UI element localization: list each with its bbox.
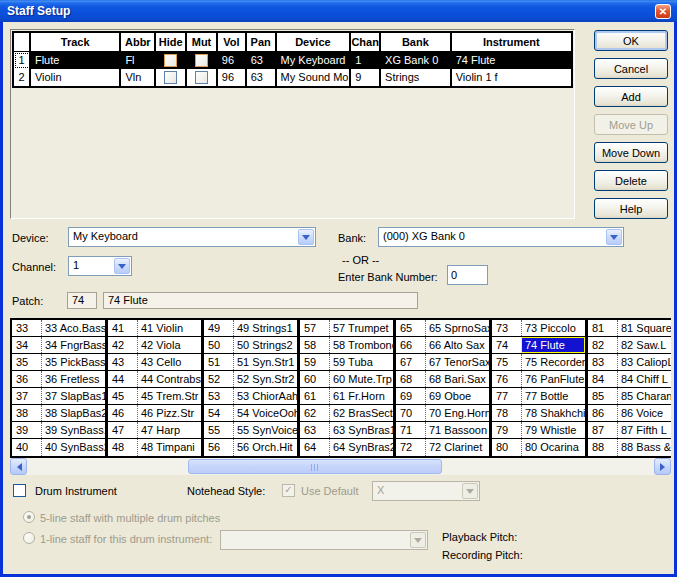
patch-name[interactable]: 68 Bari.Sax (425, 371, 489, 387)
patch-name[interactable]: 63 SynBras1 (329, 422, 393, 438)
patch-number[interactable]: 45 (108, 388, 137, 404)
patch-number[interactable]: 76 (492, 371, 521, 387)
patch-item[interactable]: 6262 BrasSect (300, 405, 393, 422)
patch-name[interactable]: 88 Bass & (617, 439, 671, 456)
patch-name[interactable]: 54 VoiceOoh (233, 405, 297, 421)
patch-item[interactable]: 3535 PickBass (12, 354, 105, 371)
patch-number[interactable]: 47 (108, 422, 137, 438)
patch-number[interactable]: 67 (396, 354, 425, 370)
cell-bank[interactable]: XG Bank 0 (381, 52, 452, 69)
patch-item[interactable]: 8787 Fifth L (588, 422, 671, 439)
mut-checkbox[interactable] (195, 71, 208, 84)
patch-item[interactable]: 5252 Syn.Str2 (204, 371, 297, 388)
cell-track[interactable]: Violin (31, 69, 121, 86)
patch-number[interactable]: 46 (108, 405, 137, 421)
patch-name[interactable]: 73 Piccolo (521, 320, 585, 336)
patch-number[interactable]: 80 (492, 439, 521, 456)
patch-item[interactable]: 5959 Tuba (300, 354, 393, 371)
hide-checkbox[interactable] (164, 54, 177, 67)
patch-number[interactable]: 36 (12, 371, 41, 387)
bank-number-input[interactable] (447, 265, 488, 285)
column-header-chan[interactable]: Chan (351, 33, 381, 52)
patch-item[interactable]: 6868 Bari.Sax (396, 371, 489, 388)
patch-name[interactable]: 56 Orch.Hit (233, 439, 297, 456)
cell-device[interactable]: My Keyboard (277, 52, 352, 69)
patch-number[interactable]: 53 (204, 388, 233, 404)
patch-name[interactable]: 70 Eng.Horn (425, 405, 489, 421)
scroll-left-button[interactable] (10, 458, 27, 475)
patch-name[interactable]: 33 Aco.Bass (41, 320, 105, 336)
cancel-button[interactable]: Cancel (594, 58, 668, 79)
column-header-pan[interactable]: Pan (247, 33, 277, 52)
patch-name[interactable]: 71 Bassoon (425, 422, 489, 438)
patch-number[interactable]: 77 (492, 388, 521, 404)
drum-instrument-checkbox[interactable] (13, 484, 26, 497)
patch-number[interactable]: 75 (492, 354, 521, 370)
device-select[interactable]: My Keyboard (68, 227, 316, 247)
scrollbar-thumb[interactable] (188, 459, 442, 474)
patch-item[interactable]: 3333 Aco.Bass (12, 320, 105, 337)
move-down-button[interactable]: Move Down (594, 142, 668, 163)
patch-name[interactable]: 61 Fr.Horn (329, 388, 393, 404)
patch-name-selected[interactable]: 74 Flute (521, 337, 585, 353)
patch-item[interactable]: 3838 SlapBas2 (12, 405, 105, 422)
cell-vol[interactable]: 96 (218, 52, 247, 69)
patch-item[interactable]: 5454 VoiceOoh (204, 405, 297, 422)
patch-name[interactable]: 41 Violin (137, 320, 201, 336)
patch-item[interactable]: 5858 Trombone (300, 337, 393, 354)
patch-item[interactable]: 8383 CaliopL (588, 354, 671, 371)
column-header-hide[interactable]: Hide (156, 33, 187, 52)
patch-name[interactable]: 48 Timpani (137, 439, 201, 456)
hide-checkbox-cell[interactable] (156, 69, 187, 86)
patch-number[interactable]: 50 (204, 337, 233, 353)
patch-item[interactable]: 3939 SynBass1 (12, 422, 105, 439)
patch-name[interactable]: 79 Whistle (521, 422, 585, 438)
patch-name[interactable]: 64 SynBras2 (329, 439, 393, 456)
patch-number[interactable]: 59 (300, 354, 329, 370)
track-table[interactable]: TrackAbbrHideMutVolPanDeviceChanBankInst… (12, 31, 573, 88)
cell-instrument[interactable]: 74 Flute (452, 52, 571, 69)
patch-item[interactable]: 3434 FngrBass (12, 337, 105, 354)
add-button[interactable]: Add (594, 86, 668, 107)
patch-number[interactable]: 40 (12, 439, 41, 456)
table-row[interactable]: 2ViolinVln9663My Sound Mo9StringsViolin … (14, 69, 571, 86)
patch-item[interactable]: 7676 PanFlute (492, 371, 585, 388)
patch-number[interactable]: 64 (300, 439, 329, 456)
patch-item[interactable]: 4242 Viola (108, 337, 201, 354)
patch-number[interactable]: 83 (588, 354, 617, 370)
cell-vol[interactable]: 96 (218, 69, 247, 86)
patch-number[interactable]: 58 (300, 337, 329, 353)
patch-item[interactable]: 4848 Timpani (108, 439, 201, 456)
patch-name[interactable]: 87 Fifth L (617, 422, 671, 438)
delete-button[interactable]: Delete (594, 170, 668, 191)
patch-item[interactable]: 7373 Piccolo (492, 320, 585, 337)
patch-number[interactable]: 73 (492, 320, 521, 336)
patch-number[interactable]: 60 (300, 371, 329, 387)
cell-device[interactable]: My Sound Mo (277, 69, 352, 86)
patch-number[interactable]: 41 (108, 320, 137, 336)
patch-number[interactable]: 63 (300, 422, 329, 438)
chevron-down-icon[interactable] (606, 229, 622, 245)
patch-number[interactable]: 82 (588, 337, 617, 353)
patch-name[interactable]: 42 Viola (137, 337, 201, 353)
cell-track[interactable]: Flute (31, 52, 121, 69)
patch-number[interactable]: 61 (300, 388, 329, 404)
patch-grid[interactable]: 3333 Aco.Bass3434 FngrBass3535 PickBass3… (10, 318, 671, 458)
column-header-instrument[interactable]: Instrument (452, 33, 571, 52)
patch-number[interactable]: 62 (300, 405, 329, 421)
patch-item[interactable]: 3636 Fretless (12, 371, 105, 388)
patch-name[interactable]: 44 Contrabs (137, 371, 201, 387)
patch-item[interactable]: 4747 Harp (108, 422, 201, 439)
patch-item[interactable]: 8080 Ocarina (492, 439, 585, 456)
patch-number[interactable]: 35 (12, 354, 41, 370)
patch-number[interactable]: 37 (12, 388, 41, 404)
patch-item[interactable]: 8686 Voice (588, 405, 671, 422)
column-header-abbr[interactable]: Abbr (121, 33, 156, 52)
patch-item[interactable]: 6464 SynBras2 (300, 439, 393, 456)
patch-number[interactable]: 55 (204, 422, 233, 438)
patch-name[interactable]: 37 SlapBas1 (41, 388, 105, 404)
patch-number[interactable]: 52 (204, 371, 233, 387)
patch-name[interactable]: 83 CaliopL (617, 354, 671, 370)
patch-number[interactable]: 68 (396, 371, 425, 387)
patch-number[interactable]: 74 (492, 337, 521, 353)
